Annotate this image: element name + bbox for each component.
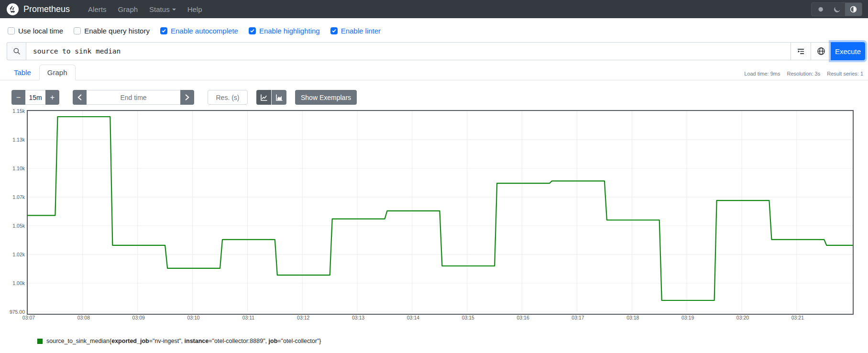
chevron-down-icon bbox=[172, 9, 176, 11]
stacked-chart-icon bbox=[275, 94, 283, 101]
x-tick-label: 03:21 bbox=[784, 315, 811, 320]
brand-title: Prometheus bbox=[23, 4, 70, 14]
x-tick-label: 03:11 bbox=[235, 315, 262, 320]
plot-svg bbox=[28, 111, 853, 312]
resolution-stat: Resolution: 3s bbox=[787, 71, 820, 77]
shift-forward-button[interactable] bbox=[180, 90, 194, 105]
query-bar: Execute bbox=[7, 42, 865, 60]
x-tick-label: 03:14 bbox=[400, 315, 427, 320]
theme-toggle-group bbox=[811, 2, 862, 16]
enable-query-history-checkbox[interactable]: Enable query history bbox=[74, 27, 150, 35]
y-tick-label: 1.13k bbox=[7, 137, 25, 143]
checkbox-icon bbox=[8, 27, 15, 34]
navbar: Prometheus Alerts Graph Status Help bbox=[0, 0, 868, 18]
show-exemplars-button[interactable]: Show Exemplars bbox=[295, 90, 357, 105]
legend-item[interactable]: source_to_sink_median{exported_job="nv-i… bbox=[37, 338, 868, 344]
nav-item-graph[interactable]: Graph bbox=[113, 2, 143, 16]
x-tick-label: 03:08 bbox=[70, 315, 97, 320]
y-tick-label: 1.02k bbox=[7, 252, 25, 257]
tab-graph[interactable]: Graph bbox=[39, 65, 76, 80]
x-tick-label: 03:13 bbox=[345, 315, 372, 320]
nav-item-alerts[interactable]: Alerts bbox=[83, 2, 111, 16]
y-tick-label: 1.07k bbox=[7, 194, 25, 200]
line-chart-icon bbox=[260, 94, 268, 101]
series-label: source_to_sink_median{exported_job="nv-i… bbox=[46, 338, 321, 344]
chart-type-toggle bbox=[256, 90, 286, 105]
shift-back-button[interactable] bbox=[73, 90, 87, 105]
enable-highlighting-checkbox[interactable]: Enable highlighting bbox=[249, 27, 320, 35]
end-time-input[interactable] bbox=[87, 90, 180, 105]
globe-icon bbox=[817, 47, 825, 55]
query-search-addon bbox=[7, 42, 26, 60]
tab-table[interactable]: Table bbox=[6, 65, 39, 80]
light-theme-button[interactable] bbox=[812, 3, 828, 16]
execute-button[interactable]: Execute bbox=[831, 42, 865, 60]
load-time-stat: Load time: 9ms bbox=[744, 71, 780, 77]
range-input[interactable] bbox=[25, 90, 45, 105]
x-tick-label: 03:10 bbox=[180, 315, 207, 320]
chevron-right-icon bbox=[185, 94, 190, 100]
x-tick-label: 03:18 bbox=[619, 315, 646, 320]
x-tick-label: 03:09 bbox=[125, 315, 152, 320]
tree-view-icon bbox=[797, 47, 805, 55]
range-input-group: − + bbox=[11, 90, 59, 105]
graph-plot-area[interactable] bbox=[27, 110, 854, 315]
metrics-explorer-button[interactable] bbox=[811, 42, 831, 60]
y-tick-label: 1.00k bbox=[7, 280, 25, 286]
nav-links: Alerts Graph Status Help bbox=[83, 2, 207, 16]
prometheus-logo-icon bbox=[7, 3, 19, 15]
contrast-icon bbox=[850, 6, 857, 13]
x-tick-label: 03:12 bbox=[290, 315, 317, 320]
gear-icon bbox=[816, 6, 824, 13]
x-tick-label: 03:15 bbox=[455, 315, 482, 320]
y-tick-label: 1.15k bbox=[7, 108, 25, 114]
x-tick-label: 03:07 bbox=[15, 315, 42, 320]
increase-range-button[interactable]: + bbox=[45, 90, 59, 105]
dark-theme-button[interactable] bbox=[828, 3, 845, 16]
y-tick-label: 975.00 bbox=[7, 309, 25, 315]
series-swatch-icon bbox=[37, 339, 43, 344]
enable-autocomplete-checkbox[interactable]: Enable autocomplete bbox=[160, 27, 238, 35]
graph-controls: − + Show Exemplars bbox=[11, 90, 861, 105]
checkbox-icon bbox=[249, 27, 256, 34]
moon-icon bbox=[834, 6, 840, 12]
decrease-range-button[interactable]: − bbox=[11, 90, 25, 105]
result-series-stat: Result series: 1 bbox=[827, 71, 863, 77]
stacked-chart-button[interactable] bbox=[272, 90, 286, 105]
x-tick-label: 03:20 bbox=[729, 315, 756, 320]
end-time-group bbox=[73, 90, 194, 105]
enable-linter-checkbox[interactable]: Enable linter bbox=[330, 27, 381, 35]
checkbox-icon bbox=[160, 27, 167, 34]
checkbox-icon bbox=[74, 27, 81, 34]
panel-tabs: Table Graph Load time: 9ms Resolution: 3… bbox=[0, 65, 868, 80]
auto-theme-button[interactable] bbox=[845, 3, 862, 16]
x-tick-label: 03:19 bbox=[674, 315, 701, 320]
query-stats: Load time: 9ms Resolution: 3s Result ser… bbox=[744, 71, 863, 77]
search-icon bbox=[13, 47, 21, 55]
format-tree-view-button[interactable] bbox=[791, 42, 811, 60]
x-tick-label: 03:17 bbox=[564, 315, 591, 320]
resolution-input[interactable] bbox=[208, 90, 248, 105]
line-chart-button[interactable] bbox=[256, 90, 271, 105]
nav-item-help[interactable]: Help bbox=[183, 2, 207, 16]
query-options-row: Use local time Enable query history Enab… bbox=[0, 18, 868, 36]
use-local-time-checkbox[interactable]: Use local time bbox=[8, 27, 63, 35]
chart-region: 1.15k1.13k1.10k1.07k1.05k1.02k1.00k975.0… bbox=[7, 111, 868, 326]
y-tick-label: 1.05k bbox=[7, 223, 25, 229]
x-tick-label: 03:16 bbox=[510, 315, 537, 320]
nav-item-status[interactable]: Status bbox=[144, 2, 181, 16]
chevron-left-icon bbox=[77, 94, 82, 100]
brand[interactable]: Prometheus bbox=[7, 3, 70, 15]
query-expression-input[interactable] bbox=[26, 42, 791, 60]
checkbox-icon bbox=[330, 27, 338, 34]
y-tick-label: 1.10k bbox=[7, 165, 25, 171]
